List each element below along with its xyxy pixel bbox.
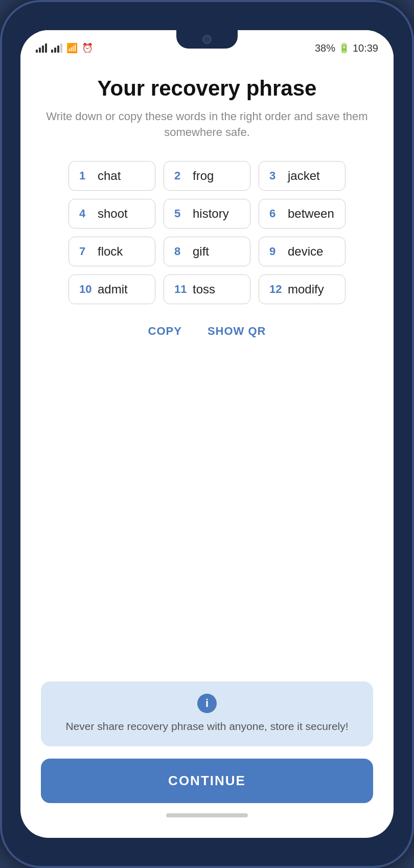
page-title: Your recovery phrase — [41, 76, 373, 101]
word-row-2: 4 shoot 5 history 6 between — [41, 199, 373, 229]
phone-screen: 📶 ⏰ 38% 🔋 10:39 Your recovery phrase Wri… — [20, 30, 394, 838]
word-2: 2 frog — [164, 161, 250, 191]
word-row-1: 1 chat 2 frog 3 jacket — [41, 161, 373, 191]
info-icon: i — [197, 694, 217, 713]
signal-icon — [36, 43, 47, 53]
word-row-4: 10 admit 11 toss 12 modify — [41, 275, 373, 304]
word-9: 9 device — [259, 237, 346, 266]
status-right: 38% 🔋 10:39 — [315, 42, 378, 54]
word-1: 1 chat — [68, 161, 155, 191]
action-row: COPY SHOW QR — [41, 325, 373, 338]
battery-percent: 38% — [315, 42, 335, 54]
copy-button[interactable]: COPY — [148, 325, 182, 338]
word-8: 8 gift — [164, 237, 250, 266]
notch — [176, 30, 238, 49]
continue-button[interactable]: CONTINUE — [41, 759, 373, 803]
word-4: 4 shoot — [68, 199, 155, 229]
word-6: 6 between — [259, 199, 346, 229]
alarm-icon: ⏰ — [82, 42, 93, 54]
word-row-3: 7 flock 8 gift 9 device — [41, 237, 373, 266]
word-12: 12 modify — [259, 275, 346, 304]
camera — [202, 35, 212, 44]
time: 10:39 — [353, 42, 378, 54]
word-grid: 1 chat 2 frog 3 jacket 4 — [41, 161, 373, 304]
spacer — [41, 353, 373, 681]
show-qr-button[interactable]: SHOW QR — [208, 325, 266, 338]
signal-icon-2 — [51, 43, 62, 53]
info-text: Never share recovery phrase with anyone,… — [65, 718, 348, 735]
word-5: 5 history — [164, 199, 250, 229]
status-left: 📶 ⏰ — [36, 42, 93, 54]
main-content: Your recovery phrase Write down or copy … — [20, 61, 394, 838]
word-10: 10 admit — [68, 275, 155, 304]
page-subtitle: Write down or copy these words in the ri… — [41, 109, 373, 141]
word-7: 7 flock — [68, 237, 155, 266]
word-11: 11 toss — [164, 275, 250, 304]
wifi-icon: 📶 — [66, 42, 78, 54]
info-box: i Never share recovery phrase with anyon… — [41, 681, 373, 747]
home-bar — [166, 813, 248, 817]
word-3: 3 jacket — [259, 161, 346, 191]
phone-frame: 📶 ⏰ 38% 🔋 10:39 Your recovery phrase Wri… — [0, 0, 414, 868]
battery-icon: 🔋 — [338, 42, 350, 54]
